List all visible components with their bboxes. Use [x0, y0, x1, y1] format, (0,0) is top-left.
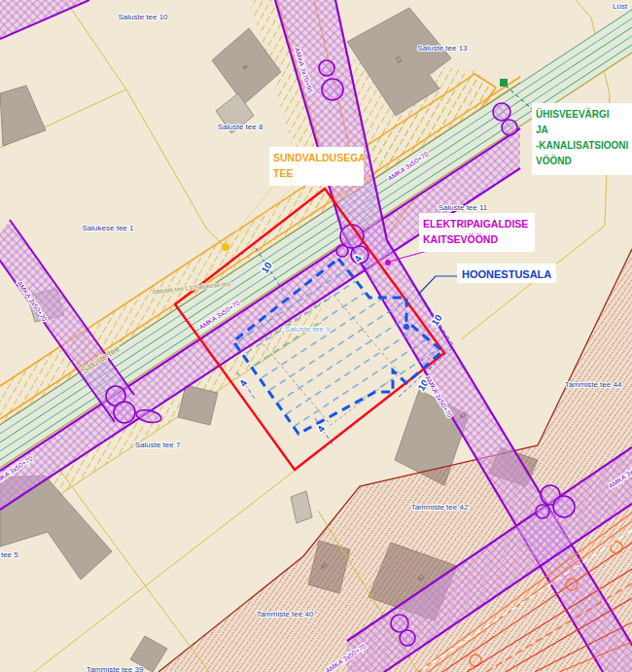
parcel-label: Tammiste tee 42: [411, 503, 469, 512]
parcel-label: Saluste tee 11: [439, 203, 488, 212]
parcel-label: Saluste tee 13: [417, 44, 468, 53]
parcel-label: Lüst: [613, 2, 628, 11]
leader-dot: [222, 243, 229, 251]
parcel-label: Saluste tee 5: [0, 550, 18, 559]
marker-dot-blue: [404, 324, 409, 330]
detail-plan-map: 10 4 10 10 4 4 AMKA 3x70+95 AMKA 3x50+70…: [0, 0, 632, 672]
parcel-label: Saluste tee 10: [118, 13, 168, 21]
building: [178, 385, 218, 425]
marker-dot-magenta: [385, 260, 391, 265]
annotation-text: SUNDVALDUSEGA: [273, 152, 366, 163]
parcel-label: Saluste tee 9: [285, 325, 331, 334]
annotation-text: HOONESTUSALA: [462, 268, 551, 280]
parcel-label: Tammiste tee 39: [87, 665, 144, 672]
annotation-text: KAITSEVÖÖND: [423, 233, 498, 245]
green-node-square: [500, 79, 508, 87]
annotation-sundvaldusega-tee: SUNDVALDUSEGA TEE: [269, 147, 366, 186]
annotation-text: ÜHISVEEVÄRGI: [536, 108, 610, 120]
annotation-text: TEE: [273, 167, 293, 179]
parcel-label: Saluste tee 8: [218, 123, 263, 131]
parcel-label: Tammiste tee 40: [257, 610, 314, 619]
annotation-text: ELEKTRIPAIGALDISE: [423, 218, 528, 230]
annotation-text: -KANALISATSIOONI: [536, 140, 629, 151]
parcel-label: Salukese tee 1: [83, 224, 134, 232]
parcel-label: Tammiste tee 44: [565, 380, 622, 389]
annotation-uhisveevargi: ÜHISVEEVÄRGI JA -KANALISATSIOONI VÖÖND: [532, 103, 632, 175]
annotation-text: VÖÖND: [536, 155, 572, 166]
annotation-text: JA: [536, 124, 548, 135]
map-canvas: 10 4 10 10 4 4 AMKA 3x70+95 AMKA 3x50+70…: [0, 0, 632, 672]
parcel-label: Saluste tee 7: [135, 441, 181, 449]
